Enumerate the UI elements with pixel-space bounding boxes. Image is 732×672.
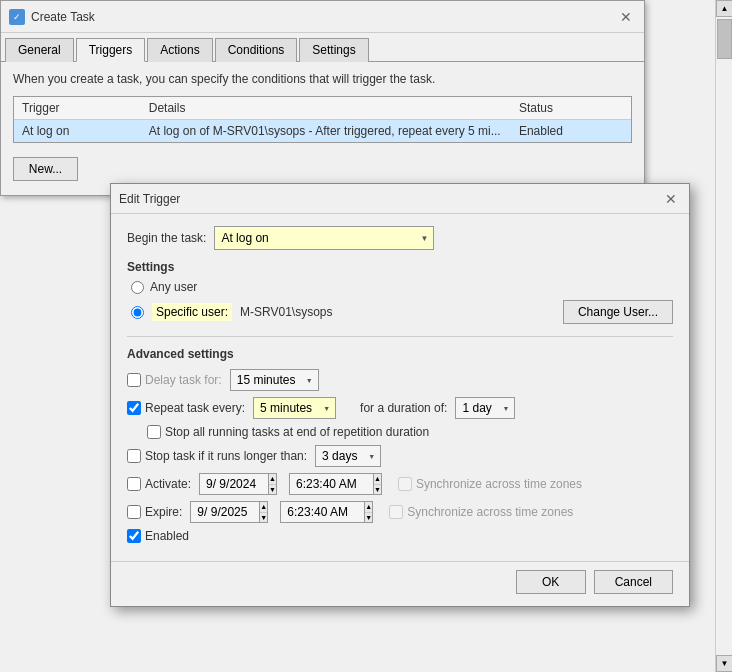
activate-checkbox[interactable] — [127, 477, 141, 491]
description-text: When you create a task, you can specify … — [13, 72, 632, 86]
stop-if-runs-checkbox[interactable] — [127, 449, 141, 463]
expire-time-up[interactable]: ▲ — [365, 502, 372, 513]
tab-triggers[interactable]: Triggers — [76, 38, 146, 62]
expire-date-down[interactable]: ▼ — [260, 513, 267, 523]
repeat-task-select[interactable]: 5 minutes — [253, 397, 336, 419]
tab-conditions[interactable]: Conditions — [215, 38, 298, 62]
details-cell: At log on of M-SRV01\sysops - After trig… — [141, 120, 511, 143]
activate-time-down[interactable]: ▼ — [374, 485, 381, 495]
enabled-checkbox-label: Enabled — [127, 529, 189, 543]
expire-checkbox-label: Expire: — [127, 505, 182, 519]
create-task-title: Create Task — [31, 10, 95, 24]
delay-task-checkbox[interactable] — [127, 373, 141, 387]
stop-duration-select[interactable]: 3 days — [315, 445, 381, 467]
repeat-select-wrapper: 5 minutes — [253, 397, 336, 419]
activate-time-input[interactable] — [289, 473, 374, 495]
create-task-window: ✓ Create Task ✕ General Triggers Actions… — [0, 0, 645, 196]
begin-task-select-wrapper: At log on — [214, 226, 434, 250]
stop-running-checkbox-label: Stop all running tasks at end of repetit… — [147, 425, 429, 439]
trigger-table-container: Trigger Details Status At log on At log … — [13, 96, 632, 143]
expire-date-up[interactable]: ▲ — [260, 502, 267, 513]
activate-time-spin: ▲ ▼ — [374, 473, 382, 495]
settings-title: Settings — [127, 260, 673, 274]
expire-date-group: ▲ ▼ — [190, 501, 268, 523]
tab-general[interactable]: General — [5, 38, 74, 62]
activate-date-spin: ▲ ▼ — [269, 473, 277, 495]
trigger-btn-row: New... — [13, 153, 632, 185]
new-trigger-button[interactable]: New... — [13, 157, 78, 181]
activate-date-group: ▲ ▼ — [199, 473, 277, 495]
expire-time-down[interactable]: ▼ — [365, 513, 372, 523]
sync2-checkbox[interactable] — [389, 505, 403, 519]
expire-time-group: ▲ ▼ — [276, 501, 373, 523]
edit-trigger-dialog: Edit Trigger ✕ Begin the task: At log on… — [110, 183, 690, 607]
dialog-content: Begin the task: At log on Settings Any u… — [111, 214, 689, 561]
activate-date-up[interactable]: ▲ — [269, 474, 276, 485]
scrollbar-down-button[interactable]: ▼ — [716, 655, 732, 672]
sync1-checkbox-label: Synchronize across time zones — [398, 477, 582, 491]
activate-checkbox-label: Activate: — [127, 477, 191, 491]
sync2-checkbox-label: Synchronize across time zones — [389, 505, 573, 519]
specific-user-value: M-SRV01\sysops — [240, 305, 332, 319]
repeat-task-checkbox[interactable] — [127, 401, 141, 415]
ok-button[interactable]: OK — [516, 570, 586, 594]
specific-user-row: Specific user: M-SRV01\sysops Change Use… — [131, 300, 673, 324]
dialog-close-button[interactable]: ✕ — [661, 189, 681, 209]
begin-task-select[interactable]: At log on — [214, 226, 434, 250]
activate-time-up[interactable]: ▲ — [374, 474, 381, 485]
stop-duration-select-wrapper: 3 days — [315, 445, 381, 467]
titlebar-left: ✓ Create Task — [9, 9, 95, 25]
sync1-checkbox[interactable] — [398, 477, 412, 491]
tab-actions[interactable]: Actions — [147, 38, 212, 62]
enabled-checkbox[interactable] — [127, 529, 141, 543]
window-icon: ✓ — [9, 9, 25, 25]
stop-running-checkbox[interactable] — [147, 425, 161, 439]
any-user-row: Any user — [131, 280, 673, 294]
stop-if-runs-checkbox-label: Stop task if it runs longer than: — [127, 449, 307, 463]
col-status: Status — [511, 97, 631, 120]
begin-task-label: Begin the task: — [127, 231, 206, 245]
advanced-title: Advanced settings — [127, 347, 673, 361]
dialog-titlebar: Edit Trigger ✕ — [111, 184, 689, 214]
specific-user-label: Specific user: — [152, 303, 232, 321]
any-user-radio[interactable] — [131, 281, 144, 294]
status-cell: Enabled — [511, 120, 631, 143]
tab-settings[interactable]: Settings — [299, 38, 368, 62]
stop-running-row: Stop all running tasks at end of repetit… — [147, 425, 673, 439]
enabled-row: Enabled — [127, 529, 673, 543]
expire-time-input[interactable] — [280, 501, 365, 523]
change-user-button[interactable]: Change User... — [563, 300, 673, 324]
cancel-button[interactable]: Cancel — [594, 570, 673, 594]
begin-task-row: Begin the task: At log on — [127, 226, 673, 250]
table-row[interactable]: At log on At log on of M-SRV01\sysops - … — [14, 120, 631, 143]
delay-select-wrapper: 15 minutes — [230, 369, 319, 391]
scrollbar-track: ▲ ▼ — [715, 0, 732, 672]
col-details: Details — [141, 97, 511, 120]
delay-task-row: Delay task for: 15 minutes — [127, 369, 673, 391]
create-task-close-button[interactable]: ✕ — [616, 7, 636, 27]
tabs-bar: General Triggers Actions Conditions Sett… — [1, 33, 644, 62]
stop-if-runs-row: Stop task if it runs longer than: 3 days — [127, 445, 673, 467]
trigger-cell: At log on — [14, 120, 141, 143]
expire-checkbox[interactable] — [127, 505, 141, 519]
delay-task-select[interactable]: 15 minutes — [230, 369, 319, 391]
expire-date-input[interactable] — [190, 501, 260, 523]
specific-user-radio[interactable] — [131, 306, 144, 319]
separator — [127, 336, 673, 337]
trigger-table: Trigger Details Status At log on At log … — [14, 97, 631, 142]
expire-row: Expire: ▲ ▼ ▲ ▼ Synchronize across time … — [127, 501, 673, 523]
activate-date-input[interactable] — [199, 473, 269, 495]
activate-time-group: ▲ ▼ — [285, 473, 382, 495]
col-trigger: Trigger — [14, 97, 141, 120]
repeat-task-checkbox-label: Repeat task every: — [127, 401, 245, 415]
duration-select[interactable]: 1 day — [455, 397, 515, 419]
any-user-label: Any user — [150, 280, 197, 294]
dialog-title: Edit Trigger — [119, 192, 180, 206]
for-duration-label: for a duration of: — [360, 401, 447, 415]
dialog-footer: OK Cancel — [111, 561, 689, 606]
delay-task-checkbox-label: Delay task for: — [127, 373, 222, 387]
scrollbar-thumb[interactable] — [717, 19, 732, 59]
scrollbar-up-button[interactable]: ▲ — [716, 0, 732, 17]
repeat-task-row: Repeat task every: 5 minutes for a durat… — [127, 397, 673, 419]
activate-date-down[interactable]: ▼ — [269, 485, 276, 495]
